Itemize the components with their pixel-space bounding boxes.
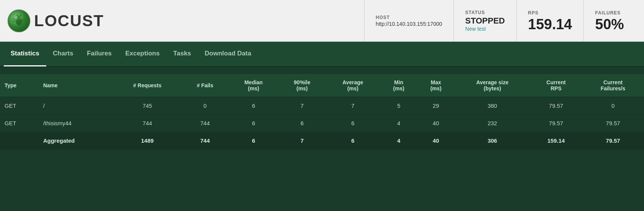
col-min: Min(ms) — [380, 74, 417, 97]
tab-statistics[interactable]: Statistics — [4, 42, 46, 66]
agg-average: 6 — [325, 132, 380, 150]
cell-min: 5 — [380, 97, 417, 115]
agg-requests: 1489 — [113, 132, 182, 150]
header: LOCUST HOST http://10.140.103.155:17000 … — [0, 0, 644, 42]
logo-area: LOCUST — [8, 9, 104, 32]
tab-charts[interactable]: Charts — [46, 42, 80, 66]
rps-block: RPS 159.14 — [516, 0, 583, 41]
col-fails: # Fails — [181, 74, 228, 97]
main-content: Type Name # Requests # Fails Median(ms) … — [0, 66, 644, 157]
cell-type: GET — [0, 115, 39, 132]
cell-average: 6 — [325, 115, 380, 132]
svg-line-4 — [13, 19, 16, 20]
cell-90ile: 6 — [278, 115, 325, 132]
col-average: Average(ms) — [325, 74, 380, 97]
col-type: Type — [0, 74, 39, 97]
cell-current-failures: 0 — [582, 97, 644, 115]
cell-min: 4 — [380, 115, 417, 132]
cell-90ile: 7 — [278, 97, 325, 115]
col-requests: # Requests — [113, 74, 182, 97]
cell-requests: 744 — [113, 115, 182, 132]
svg-point-3 — [17, 17, 21, 20]
cell-current-failures: 79.57 — [582, 115, 644, 132]
cell-avg-size: 232 — [455, 115, 530, 132]
nav-bar: Statistics Charts Failures Exceptions Ta… — [0, 42, 644, 66]
agg-label: Aggregated — [39, 132, 113, 150]
col-avg-size: Average size(bytes) — [455, 74, 530, 97]
aggregated-row: Aggregated 1489 744 6 7 6 4 40 306 159.1… — [0, 132, 644, 150]
locust-logo-icon — [8, 9, 30, 32]
rps-value: 159.14 — [528, 17, 572, 31]
failures-block: FAILURES 50% — [583, 0, 636, 41]
tab-download-data[interactable]: Download Data — [198, 42, 258, 66]
failures-value: 50% — [595, 17, 625, 31]
col-90ile: 90%ile(ms) — [278, 74, 325, 97]
cell-current-rps: 79.57 — [530, 97, 582, 115]
svg-line-7 — [22, 21, 25, 22]
tab-tasks[interactable]: Tasks — [166, 42, 198, 66]
failures-label: FAILURES — [595, 10, 625, 16]
status-block: STATUS STOPPED New test — [453, 0, 516, 41]
table-row: GET /thisismy44 744 744 6 6 6 4 40 232 7… — [0, 115, 644, 132]
agg-current-failures: 79.57 — [582, 132, 644, 150]
agg-90ile: 7 — [278, 132, 325, 150]
logo-text: LOCUST — [34, 12, 104, 30]
cell-name: /thisismy44 — [39, 115, 113, 132]
new-test-link[interactable]: New test — [465, 26, 505, 32]
host-block: HOST http://10.140.103.155:17000 — [364, 0, 453, 41]
col-median: Median(ms) — [228, 74, 278, 97]
cell-requests: 745 — [113, 97, 182, 115]
cell-avg-size: 380 — [455, 97, 530, 115]
agg-max: 40 — [417, 132, 455, 150]
cell-average: 7 — [325, 97, 380, 115]
host-value: http://10.140.103.155:17000 — [376, 21, 442, 27]
agg-median: 6 — [228, 132, 278, 150]
col-max: Max(ms) — [417, 74, 455, 97]
cell-max: 40 — [417, 115, 455, 132]
cell-median: 6 — [228, 97, 278, 115]
agg-current-rps: 159.14 — [530, 132, 582, 150]
table-header-row: Type Name # Requests # Fails Median(ms) … — [0, 74, 644, 97]
svg-line-5 — [13, 21, 16, 22]
col-current-failures: CurrentFailures/s — [582, 74, 644, 97]
status-label: STATUS — [465, 10, 505, 15]
col-name: Name — [39, 74, 113, 97]
tab-exceptions[interactable]: Exceptions — [119, 42, 167, 66]
agg-min: 4 — [380, 132, 417, 150]
host-label: HOST — [376, 15, 442, 20]
cell-name: / — [39, 97, 113, 115]
agg-avg-size: 306 — [455, 132, 530, 150]
svg-line-6 — [22, 19, 25, 20]
cell-fails: 744 — [181, 115, 228, 132]
cell-median: 6 — [228, 115, 278, 132]
status-value: STOPPED — [465, 16, 505, 26]
agg-fails: 744 — [181, 132, 228, 150]
cell-fails: 0 — [181, 97, 228, 115]
cell-type: GET — [0, 97, 39, 115]
col-current-rps: CurrentRPS — [530, 74, 582, 97]
header-stats: HOST http://10.140.103.155:17000 STATUS … — [364, 0, 636, 41]
table-row: GET / 745 0 6 7 7 5 29 380 79.57 0 — [0, 97, 644, 115]
tab-failures[interactable]: Failures — [80, 42, 118, 66]
cell-max: 29 — [417, 97, 455, 115]
statistics-table: Type Name # Requests # Fails Median(ms) … — [0, 74, 644, 150]
agg-type — [0, 132, 39, 150]
rps-label: RPS — [528, 10, 572, 16]
cell-current-rps: 79.57 — [530, 115, 582, 132]
